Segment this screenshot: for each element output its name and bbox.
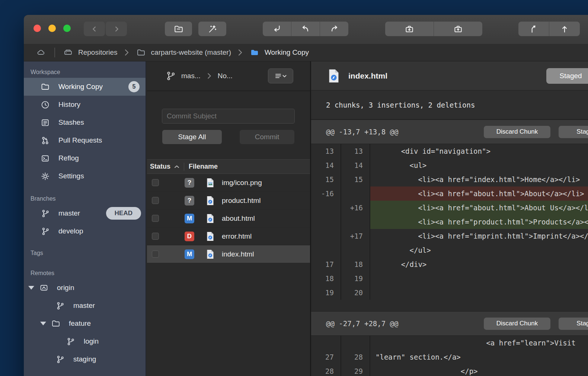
sidebar: Workspace Working Copy 5 History Stashes…: [24, 61, 146, 376]
commit-actions: Stage All Commit: [162, 130, 310, 144]
file-row[interactable]: M about.html: [147, 210, 310, 227]
push-button[interactable]: [320, 22, 348, 36]
push-upstream-button[interactable]: [549, 22, 580, 36]
status-badge-untracked: ?: [185, 178, 194, 188]
sidebar-item-working-copy[interactable]: Working Copy 5: [24, 78, 146, 96]
new-line-number: [341, 215, 370, 229]
commit-subject-input[interactable]: [162, 109, 295, 124]
sidebar-item-remote-login[interactable]: login: [24, 332, 146, 350]
code-text: <ul>: [370, 158, 588, 172]
pull-button[interactable]: [291, 22, 320, 36]
sidebar-item-history[interactable]: History: [24, 96, 146, 114]
disclosure-triangle-icon[interactable]: [28, 286, 34, 290]
stage-chunk-button[interactable]: Stage Chunk: [559, 318, 588, 330]
file-checkbox[interactable]: [152, 215, 159, 222]
sidebar-item-label: Settings: [58, 172, 84, 180]
repository-button[interactable]: [165, 22, 192, 36]
minimize-window-button[interactable]: [48, 25, 56, 32]
file-checkbox[interactable]: [152, 251, 159, 258]
section-label-remotes: Remotes: [24, 268, 146, 279]
source-branch-label[interactable]: mas...: [181, 72, 201, 80]
code-text: <li><a href="imprint.html">Imprint</a></…: [370, 229, 588, 243]
status-badge-untracked: ?: [185, 196, 194, 205]
close-window-button[interactable]: [33, 25, 41, 32]
stash-button[interactable]: [385, 22, 434, 36]
branch-icon: [40, 227, 50, 236]
forward-button[interactable]: [106, 22, 127, 36]
sync-button-group: [263, 22, 348, 36]
stage-all-button[interactable]: Stage All: [162, 130, 222, 144]
view-options-dropdown[interactable]: [268, 68, 293, 83]
diff-line-deletion: -16 <li><a href="about.html">About</a></…: [311, 187, 588, 201]
column-header-status[interactable]: Status: [150, 163, 170, 171]
sidebar-item-branch-master[interactable]: master HEAD: [24, 204, 146, 222]
old-line-number: 28: [311, 364, 341, 376]
file-checkbox[interactable]: [152, 179, 159, 186]
file-checkbox[interactable]: [152, 197, 159, 204]
back-button[interactable]: [84, 22, 105, 36]
status-badge-deleted: D: [185, 232, 194, 241]
disclosure-triangle-icon[interactable]: [40, 322, 46, 325]
sidebar-item-remote-staging[interactable]: staging: [24, 350, 146, 368]
discard-chunk-button[interactable]: Discard Chunk: [484, 126, 550, 138]
html-file-icon: [206, 249, 214, 259]
sidebar-item-settings[interactable]: Settings: [24, 167, 146, 185]
sidebar-item-branch-develop[interactable]: develop: [24, 222, 146, 240]
breadcrumb-working-copy[interactable]: Working Copy: [249, 48, 309, 57]
arrow-curve-left-icon: [301, 24, 310, 34]
head-badge: HEAD: [106, 207, 141, 220]
file-checkbox[interactable]: [152, 233, 159, 240]
branch-button[interactable]: [518, 22, 549, 36]
old-line-number: 17: [311, 257, 341, 271]
sidebar-item-label: develop: [58, 227, 83, 235]
chunk-range: @@ -27,7 +28,7 @@: [326, 319, 398, 328]
app-window: Repositories carparts-website (master) W…: [24, 15, 588, 376]
new-line-number: 20: [341, 286, 370, 300]
count-badge: 5: [128, 81, 140, 92]
code-text: <a href="learn">Visit: [370, 336, 588, 350]
sidebar-item-remote-feature[interactable]: feature: [24, 315, 146, 332]
column-header-filename[interactable]: Filename: [189, 163, 218, 171]
new-line-number: 19: [341, 271, 370, 286]
tab-staged[interactable]: Staged: [546, 68, 588, 84]
html-file-icon: [327, 69, 340, 83]
stage-chunk-button[interactable]: Stage Chunk: [559, 126, 588, 138]
diff-file-title: index.html: [348, 71, 387, 80]
folder-icon: [174, 24, 183, 34]
sidebar-item-stashes[interactable]: Stashes: [24, 114, 146, 131]
breadcrumb-repo[interactable]: carparts-website (master): [135, 48, 231, 57]
diff-line: 1819: [311, 271, 588, 286]
diff-line: 2728"learn" section.</a>: [311, 350, 588, 364]
sidebar-item-pull-requests[interactable]: Pull Requests: [24, 131, 146, 149]
breadcrumb-label: Working Copy: [265, 48, 309, 57]
code-text: <li><a href="index.html">Home</a></li>: [370, 172, 588, 187]
sort-asc-icon[interactable]: [174, 165, 179, 169]
cloud-icon[interactable]: [35, 48, 47, 57]
nav-button-group: [84, 22, 127, 36]
code-text: </p>: [370, 364, 588, 376]
zoom-window-button[interactable]: [63, 25, 71, 32]
file-row[interactable]: ? product.html: [147, 192, 310, 210]
drive-icon: [63, 48, 74, 57]
unstash-button[interactable]: [434, 22, 482, 36]
file-row-selected[interactable]: M index.html: [147, 245, 310, 263]
diff-line: 1414 <ul>: [311, 158, 588, 172]
file-row[interactable]: D error.html: [147, 227, 310, 245]
gear-icon: [40, 172, 50, 181]
status-badge-modified: M: [185, 249, 194, 259]
diff-line: <a href="learn">Visit: [311, 336, 588, 350]
file-row[interactable]: ? img/icon.png: [147, 174, 310, 192]
terminal-icon: [40, 154, 50, 163]
target-label[interactable]: No...: [218, 72, 233, 80]
discard-chunk-button[interactable]: Discard Chunk: [484, 318, 550, 330]
sidebar-item-remote-master[interactable]: master: [24, 297, 146, 315]
sidebar-item-remote-origin[interactable]: origin: [24, 279, 146, 297]
quick-actions-button[interactable]: [198, 22, 226, 36]
breadcrumb-repositories[interactable]: Repositories: [63, 48, 118, 57]
commit-button[interactable]: Commit: [240, 130, 294, 144]
sidebar-item-reflog[interactable]: Reflog: [24, 149, 146, 167]
code-text: </ul>: [370, 243, 588, 257]
section-label-workspace: Workspace: [24, 67, 146, 78]
folder-icon: [51, 319, 61, 328]
fetch-button[interactable]: [263, 22, 291, 36]
